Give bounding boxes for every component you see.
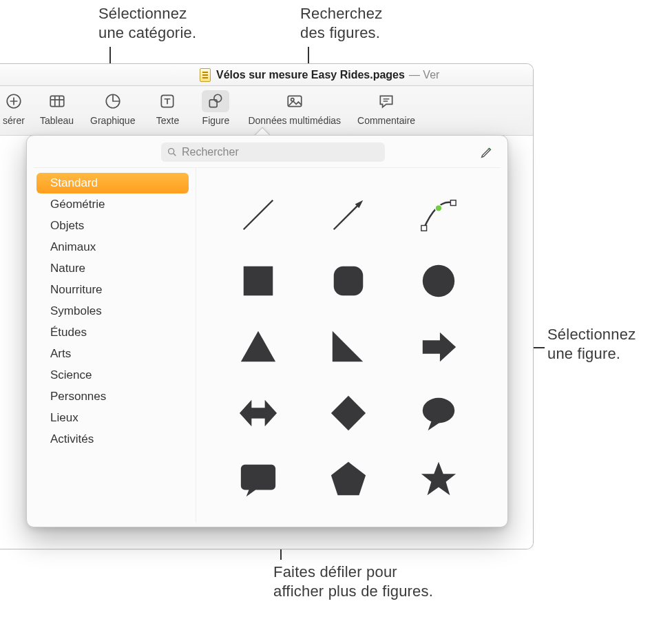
- svg-rect-13: [451, 200, 456, 206]
- search-icon: [167, 147, 178, 158]
- toolbar-text[interactable]: Texte: [143, 90, 191, 126]
- shape-star[interactable]: [417, 458, 460, 501]
- shapes-popover: Rechercher StandardGéométrieObjetsAnimau…: [26, 135, 508, 527]
- svg-marker-26: [421, 462, 456, 495]
- shape-arrow-right[interactable]: [417, 326, 460, 368]
- callout-select-category: Sélectionnez une catégorie.: [98, 4, 196, 42]
- popover-header: Rechercher: [34, 143, 501, 167]
- svg-rect-1: [50, 96, 64, 106]
- toolbar-media[interactable]: Données multimédias: [240, 90, 349, 126]
- callout-search-shapes: Recherchez des figures.: [300, 4, 382, 42]
- draw-shape-button[interactable]: [477, 143, 496, 162]
- category-item-standard[interactable]: Standard: [36, 173, 189, 193]
- shape-grid: [196, 168, 501, 523]
- toolbar-comment[interactable]: Commentaire: [349, 90, 423, 126]
- callout-select-shape: Sélectionnez une figure.: [547, 325, 636, 363]
- document-title-suffix: — Ver: [409, 69, 439, 81]
- svg-marker-25: [331, 462, 366, 495]
- shape-callout-box[interactable]: [237, 458, 280, 501]
- category-item-études[interactable]: Études: [36, 322, 189, 343]
- svg-point-23: [423, 398, 454, 423]
- search-input[interactable]: Rechercher: [161, 143, 385, 162]
- svg-marker-22: [331, 396, 366, 430]
- document-icon: [200, 68, 211, 82]
- toolbar-table[interactable]: Tableau: [32, 90, 82, 126]
- category-item-géométrie[interactable]: Géométrie: [36, 194, 189, 215]
- pen-icon: [479, 145, 494, 160]
- svg-line-10: [334, 203, 361, 230]
- category-list: StandardGéométrieObjetsAnimauxNatureNour…: [34, 168, 196, 523]
- titlebar: Vélos sur mesure Easy Rides.pages — Ver: [0, 64, 533, 86]
- svg-rect-12: [421, 225, 427, 231]
- category-item-symboles[interactable]: Symboles: [36, 301, 189, 322]
- shape-arrow-double[interactable]: [237, 392, 280, 434]
- shape-speech-bubble[interactable]: [417, 392, 460, 434]
- shape-triangle[interactable]: [237, 326, 280, 368]
- toolbar-insert[interactable]: sérer: [0, 90, 32, 126]
- shape-circle[interactable]: [417, 260, 460, 302]
- category-item-activités[interactable]: Activités: [36, 429, 189, 450]
- svg-line-9: [243, 200, 273, 230]
- category-item-lieux[interactable]: Lieux: [36, 408, 189, 428]
- shape-right-triangle[interactable]: [327, 326, 370, 368]
- callout-scroll-more: Faites défiler pour afficher plus de fig…: [273, 563, 433, 600]
- plus-icon: [0, 90, 28, 112]
- category-item-science[interactable]: Science: [36, 365, 189, 386]
- media-icon: [281, 90, 308, 112]
- table-icon: [43, 90, 71, 112]
- shape-diamond[interactable]: [327, 392, 370, 434]
- svg-point-14: [435, 205, 442, 212]
- category-item-arts[interactable]: Arts: [36, 344, 189, 364]
- category-item-nature[interactable]: Nature: [36, 258, 189, 279]
- svg-marker-20: [423, 333, 456, 362]
- svg-rect-16: [334, 266, 364, 296]
- text-icon: [154, 90, 181, 112]
- svg-rect-15: [243, 266, 273, 296]
- comment-icon: [372, 90, 400, 112]
- search-placeholder: Rechercher: [182, 146, 239, 158]
- category-item-animaux[interactable]: Animaux: [36, 237, 189, 258]
- svg-marker-21: [240, 400, 277, 427]
- svg-point-17: [423, 265, 454, 297]
- shape-arrow-line[interactable]: [327, 193, 370, 236]
- shape-curve-editable[interactable]: [417, 193, 460, 236]
- shape-icon: [202, 90, 229, 112]
- document-title: Vélos sur mesure Easy Rides.pages: [216, 69, 405, 81]
- shape-pentagon[interactable]: [327, 458, 370, 501]
- chart-icon: [99, 90, 127, 112]
- svg-marker-19: [333, 331, 363, 361]
- toolbar-shape[interactable]: Figure: [191, 90, 240, 126]
- toolbar-chart[interactable]: Graphique: [82, 90, 143, 126]
- category-item-objets[interactable]: Objets: [36, 216, 189, 236]
- svg-point-5: [214, 94, 222, 102]
- svg-marker-18: [241, 331, 275, 361]
- shape-square[interactable]: [237, 260, 280, 302]
- shape-line[interactable]: [237, 193, 280, 236]
- shape-rounded-square[interactable]: [327, 260, 370, 302]
- svg-point-8: [169, 149, 174, 154]
- category-item-personnes[interactable]: Personnes: [36, 386, 189, 407]
- category-item-nourriture[interactable]: Nourriture: [36, 280, 189, 300]
